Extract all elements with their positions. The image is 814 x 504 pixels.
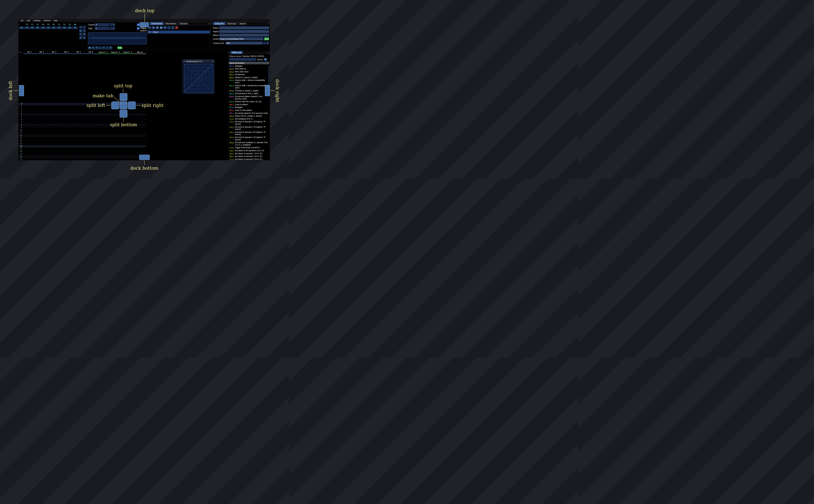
- pattern-cell[interactable]: ····················: [134, 119, 146, 121]
- pattern-cell[interactable]: ····················: [122, 119, 134, 121]
- tuning-decrease-button[interactable]: -: [263, 42, 266, 45]
- channel-header[interactable]: Noise: [134, 51, 146, 54]
- instrument-duplicate-button[interactable]: ⧉: [152, 26, 155, 29]
- dock-target-bottom[interactable]: [139, 155, 150, 160]
- oscilloscope-title-bar[interactable]: ▼ Oscilloscope (X-Y) ×: [183, 60, 214, 63]
- pattern-cell[interactable]: ····················: [122, 145, 134, 148]
- pattern-cell[interactable]: ····················: [48, 129, 60, 132]
- pattern-cell[interactable]: ····················: [97, 142, 109, 145]
- pattern-cell[interactable]: ····················: [85, 134, 97, 137]
- pattern-cell[interactable]: ····················: [122, 134, 134, 137]
- step-one-row-button[interactable]: ⇥: [95, 46, 98, 49]
- pattern-cell[interactable]: ····················: [23, 153, 36, 155]
- octave-increase-button[interactable]: +: [112, 23, 115, 26]
- pattern-cell[interactable]: ····················: [109, 134, 122, 137]
- split-target-top[interactable]: [120, 93, 127, 101]
- pattern-cell[interactable]: ····················: [23, 124, 36, 126]
- pattern-cell[interactable]: ····················: [122, 137, 134, 140]
- album-field[interactable]: [219, 34, 269, 37]
- pattern-cell[interactable]: ····················: [48, 116, 60, 119]
- pattern-cell[interactable]: ····················: [72, 153, 85, 155]
- pattern-cell[interactable]: ····················: [109, 119, 122, 121]
- pattern-cell[interactable]: ····················: [23, 155, 36, 158]
- piano-upper[interactable]: [88, 32, 146, 38]
- pattern-cell[interactable]: ····················: [72, 108, 85, 111]
- split-target-right[interactable]: [128, 102, 136, 109]
- pattern-cell[interactable]: ····················: [23, 113, 36, 116]
- pattern-cell[interactable]: ····················: [109, 137, 122, 140]
- instrument-open-button[interactable]: ▤: [156, 26, 159, 29]
- pattern-cell[interactable]: ····················: [48, 150, 60, 153]
- pattern-cell[interactable]: ····················: [72, 140, 85, 142]
- pattern-cell[interactable]: ····················: [72, 121, 85, 124]
- pattern-cell[interactable]: ····················: [60, 105, 73, 108]
- pattern-cell[interactable]: ····················: [36, 108, 48, 111]
- pattern-cell[interactable]: ····················: [109, 153, 122, 155]
- split-target-left[interactable]: [111, 102, 119, 109]
- pattern-cell[interactable]: ····················: [23, 132, 36, 134]
- edit-toggle-button[interactable]: ●: [102, 46, 105, 49]
- channel-header[interactable]: Square 1: [97, 51, 109, 54]
- octave-input[interactable]: [95, 23, 109, 26]
- pattern-cell[interactable]: ····················: [97, 140, 109, 142]
- pattern-cell[interactable]: ····················: [48, 158, 60, 160]
- pattern-cell[interactable]: ····················: [60, 108, 73, 111]
- author-field[interactable]: [219, 30, 269, 33]
- pattern-cell[interactable]: ····················: [72, 145, 85, 148]
- pattern-cell[interactable]: ····················: [97, 134, 109, 137]
- pattern-cell[interactable]: ····················: [23, 108, 36, 111]
- pattern-cell[interactable]: ····················: [48, 108, 60, 111]
- tab-wavetables[interactable]: Wavetables: [164, 22, 178, 25]
- pattern-cell[interactable]: ····················: [36, 113, 48, 116]
- pattern-cell[interactable]: ····················: [36, 111, 48, 113]
- pattern-cell[interactable]: ····················: [72, 137, 85, 140]
- pattern-cell[interactable]: ····················: [134, 111, 146, 113]
- pattern-cell[interactable]: ····················: [134, 129, 146, 132]
- make-tab-target[interactable]: [120, 102, 127, 109]
- order-duplicate-button[interactable]: ⧉: [79, 29, 82, 32]
- octave-decrease-button[interactable]: -: [110, 23, 112, 26]
- pattern-cell[interactable]: ····················: [97, 148, 109, 150]
- dock-target-top[interactable]: [139, 22, 149, 27]
- pattern-cell[interactable]: ····················: [23, 119, 36, 121]
- pattern-cell[interactable]: ····················: [60, 153, 73, 155]
- pattern-cell[interactable]: ····················: [85, 124, 97, 126]
- pattern-cell[interactable]: ····················: [36, 116, 48, 119]
- pattern-cell[interactable]: ····················: [72, 129, 85, 132]
- pattern-cell[interactable]: ····················: [85, 155, 97, 158]
- order-remove-button[interactable]: −: [83, 26, 86, 29]
- pattern-cell[interactable]: ····················: [97, 129, 109, 132]
- tab-samples[interactable]: Samples: [178, 22, 189, 25]
- collapse-icon[interactable]: ▾: [211, 22, 213, 25]
- channel-header[interactable]: Square 2: [109, 51, 122, 54]
- pattern-cell[interactable]: ····················: [72, 148, 85, 150]
- pattern-cell[interactable]: ····················: [36, 124, 48, 126]
- pattern-cell[interactable]: ····················: [85, 145, 97, 148]
- pattern-cell[interactable]: ····················: [72, 124, 85, 126]
- pattern-cell[interactable]: ····················: [60, 150, 73, 153]
- pattern-cell[interactable]: ····················: [48, 137, 60, 140]
- orders-channel-header[interactable]: S1: [56, 24, 62, 26]
- orders-channel-header[interactable]: F1: [24, 24, 30, 26]
- channel-header[interactable]: FM 4: [60, 51, 73, 54]
- pattern-cell[interactable]: ····················: [60, 124, 73, 126]
- pattern-cell[interactable]: ····················: [36, 134, 48, 137]
- pattern-cell[interactable]: ····················: [134, 137, 146, 140]
- orders-channel-header[interactable]: NO: [72, 24, 78, 26]
- pattern-cell[interactable]: ····················: [60, 140, 73, 142]
- pattern-cell[interactable]: ····················: [60, 148, 73, 150]
- tab-subsongs[interactable]: Subsongs: [225, 22, 238, 25]
- pattern-cell[interactable]: ····················: [23, 145, 36, 148]
- pattern-cell[interactable]: ····················: [72, 116, 85, 119]
- pattern-cell[interactable]: ····················: [134, 150, 146, 153]
- pattern-cell[interactable]: ····················: [122, 153, 134, 155]
- instrument-delete-button[interactable]: ×: [175, 26, 178, 29]
- pattern-cell[interactable]: ····················: [72, 158, 85, 160]
- pattern-cell[interactable]: ····················: [48, 111, 60, 113]
- pattern-cell[interactable]: ····················: [97, 116, 109, 119]
- pattern-cell[interactable]: ····················: [122, 155, 134, 158]
- pattern-cell[interactable]: ····················: [72, 119, 85, 121]
- order-row-index[interactable]: 00: [19, 27, 24, 29]
- pattern-cell[interactable]: ····················: [36, 105, 48, 108]
- pattern-cell[interactable]: ····················: [60, 132, 73, 134]
